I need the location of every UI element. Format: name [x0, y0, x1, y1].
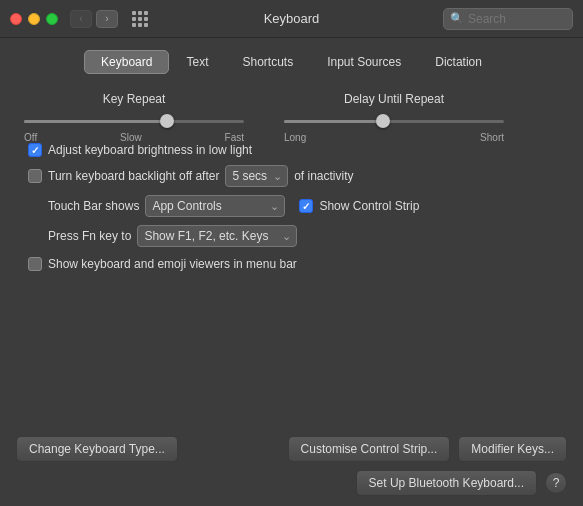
- backlight-off-label: Turn keyboard backlight off after: [48, 169, 219, 183]
- key-repeat-ends: Off Slow Fast: [24, 132, 244, 143]
- main-content: Key Repeat Off Slow Fast Delay Until Rep…: [0, 82, 583, 289]
- back-button[interactable]: ‹: [70, 10, 92, 28]
- key-repeat-track: [24, 120, 244, 123]
- change-keyboard-button[interactable]: Change Keyboard Type...: [16, 436, 178, 462]
- delay-repeat-thumb[interactable]: [376, 114, 390, 128]
- delay-long-label: Long: [284, 132, 306, 143]
- show-control-strip-label: Show Control Strip: [319, 199, 419, 213]
- touch-bar-row: Touch Bar shows App Controls Show Contro…: [28, 195, 559, 217]
- key-repeat-fast-label: Fast: [225, 132, 244, 143]
- key-repeat-slider-container[interactable]: [24, 112, 244, 130]
- nav-buttons: ‹ ›: [70, 10, 118, 28]
- delay-repeat-fill: [284, 120, 383, 123]
- show-emoji-row: Show keyboard and emoji viewers in menu …: [28, 257, 559, 271]
- bluetooth-keyboard-button[interactable]: Set Up Bluetooth Keyboard...: [356, 470, 537, 496]
- adjust-brightness-checkbox[interactable]: [28, 143, 42, 157]
- delay-repeat-ends: Long Short: [284, 132, 504, 143]
- tab-keyboard[interactable]: Keyboard: [84, 50, 169, 74]
- key-repeat-thumb[interactable]: [160, 114, 174, 128]
- delay-repeat-group: Delay Until Repeat Long Short: [284, 92, 504, 143]
- titlebar: ‹ › Keyboard 🔍: [0, 0, 583, 38]
- search-icon: 🔍: [450, 12, 464, 25]
- key-repeat-label: Key Repeat: [103, 92, 166, 106]
- delay-repeat-label: Delay Until Repeat: [344, 92, 444, 106]
- tab-dictation[interactable]: Dictation: [418, 50, 499, 74]
- show-control-strip-checkbox[interactable]: [299, 199, 313, 213]
- adjust-brightness-label: Adjust keyboard brightness in low light: [48, 143, 252, 157]
- key-repeat-fill: [24, 120, 167, 123]
- tab-input-sources[interactable]: Input Sources: [310, 50, 418, 74]
- customise-control-strip-button[interactable]: Customise Control Strip...: [288, 436, 451, 462]
- key-repeat-off-label: Off: [24, 132, 37, 143]
- delay-short-label: Short: [480, 132, 504, 143]
- press-fn-label: Press Fn key to: [48, 229, 131, 243]
- touch-bar-label: Touch Bar shows: [48, 199, 139, 213]
- delay-repeat-slider-container[interactable]: [284, 112, 504, 130]
- touch-bar-dropdown[interactable]: App Controls: [145, 195, 285, 217]
- grid-button[interactable]: [126, 9, 154, 29]
- modifier-keys-button[interactable]: Modifier Keys...: [458, 436, 567, 462]
- maximize-button[interactable]: [46, 13, 58, 25]
- sliders-section: Key Repeat Off Slow Fast Delay Until Rep…: [24, 92, 559, 143]
- window-title: Keyboard: [264, 11, 320, 26]
- backlight-suffix-label: of inactivity: [294, 169, 353, 183]
- backlight-off-checkbox[interactable]: [28, 169, 42, 183]
- backlight-time-dropdown[interactable]: 5 secs: [225, 165, 288, 187]
- show-emoji-checkbox[interactable]: [28, 257, 42, 271]
- key-repeat-slow-label: Slow: [120, 132, 142, 143]
- traffic-lights: [10, 13, 58, 25]
- tab-shortcuts[interactable]: Shortcuts: [225, 50, 310, 74]
- adjust-brightness-row: Adjust keyboard brightness in low light: [28, 143, 559, 157]
- minimize-button[interactable]: [28, 13, 40, 25]
- back-icon: ‹: [79, 13, 82, 24]
- tabs-bar: Keyboard Text Shortcuts Input Sources Di…: [0, 38, 583, 82]
- key-repeat-group: Key Repeat Off Slow Fast: [24, 92, 244, 143]
- search-box[interactable]: 🔍: [443, 8, 573, 30]
- backlight-off-row: Turn keyboard backlight off after 5 secs…: [28, 165, 559, 187]
- press-fn-dropdown[interactable]: Show F1, F2, etc. Keys: [137, 225, 297, 247]
- forward-icon: ›: [105, 13, 108, 24]
- bottom-buttons-row: Change Keyboard Type... Customise Contro…: [0, 436, 583, 462]
- search-input[interactable]: [468, 12, 566, 26]
- grid-icon: [132, 11, 148, 27]
- tab-text[interactable]: Text: [169, 50, 225, 74]
- show-emoji-label: Show keyboard and emoji viewers in menu …: [48, 257, 297, 271]
- close-button[interactable]: [10, 13, 22, 25]
- delay-repeat-track: [284, 120, 504, 123]
- press-fn-row: Press Fn key to Show F1, F2, etc. Keys: [28, 225, 559, 247]
- help-button[interactable]: ?: [545, 472, 567, 494]
- forward-button[interactable]: ›: [96, 10, 118, 28]
- options-section: Adjust keyboard brightness in low light …: [24, 143, 559, 271]
- bottom-buttons-right-row: Set Up Bluetooth Keyboard... ?: [356, 470, 567, 496]
